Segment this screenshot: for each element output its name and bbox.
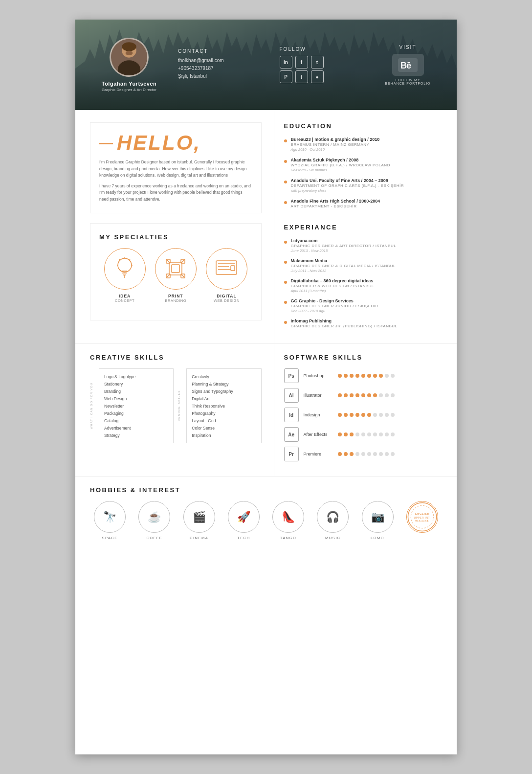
- dot-filled: [350, 452, 354, 456]
- hobby-label: SPACE: [102, 536, 117, 540]
- skill-item: Advertisement: [104, 424, 168, 432]
- specialty-digital: DIGITAL WEB DESIGN: [204, 248, 250, 303]
- bottom-section: CREATIVE SKILLS WHAT I CAN DO FOR YOU Lo…: [75, 343, 457, 476]
- software-row: Ps Photoshop: [284, 368, 444, 383]
- exp-title: Digitalfabrika – 360 degree digital idea…: [291, 278, 444, 283]
- software-row: Ae After Effects: [284, 427, 444, 442]
- software-row: Pr Premiere: [284, 447, 444, 461]
- exp-date: April 2011 (3 months): [291, 289, 444, 293]
- exp-sub: GRAPHIC DESIGNER JR. (PUBLISHING) / ISTA…: [291, 324, 444, 328]
- education-item: Bureau23 | motion & graphic design / 201…: [284, 137, 444, 152]
- dot-filled: [350, 393, 354, 397]
- print-label: PRINT: [168, 294, 183, 298]
- behance-icon[interactable]: Bē: [392, 54, 424, 76]
- print-sub: BRANDING: [165, 298, 186, 303]
- hello-dash: —: [99, 136, 114, 150]
- sw-icon-pr: Pr: [284, 447, 299, 461]
- experience-item: Maksimum Media GRAPHIC DESIGNER & DIGITA…: [284, 258, 444, 273]
- hobby-label: LOMO: [371, 536, 384, 540]
- svg-line-20: [182, 260, 184, 262]
- hobbies-icons: 🔭 SPACE ☕ COFFE 🎬 CINEMA 🚀 TECH 👠 TANGO …: [90, 501, 442, 540]
- behance-text: FOLLOW MYBEHANCE PORTFOLIO: [374, 78, 442, 85]
- exp-title: GG Graphic - Design Services: [291, 298, 444, 303]
- header-content: Tolgahan Yurtseven Graphic Designer & Ar…: [90, 38, 442, 92]
- left-column: — HELLO, I'm Freelance Graphic Designer …: [75, 110, 274, 343]
- header-section: Tolgahan Yurtseven Graphic Designer & Ar…: [75, 20, 457, 110]
- sw-icon-ps: Ps: [284, 368, 299, 383]
- dot-filled: [367, 413, 371, 417]
- edu-sub: DEPARTMENT OF GRAPHIC ARTS (B.F.A.) - ES…: [291, 183, 444, 188]
- svg-rect-31: [231, 266, 235, 271]
- avatar: [110, 38, 149, 77]
- hobby-item: 🎬 CINEMA: [179, 501, 219, 540]
- dot-filled: [338, 433, 342, 436]
- svg-text:ENGLISH: ENGLISH: [415, 512, 429, 515]
- facebook-icon[interactable]: f: [295, 56, 308, 68]
- skill-item: Signs and Typography: [192, 387, 256, 395]
- skill-item: Catalog: [104, 417, 168, 424]
- experience-items: Lidyana.com GRAPHIC DESIGNER & ART DIREC…: [284, 238, 444, 328]
- skill-item: Layout - Grid: [192, 417, 256, 424]
- dot-filled: [344, 393, 348, 397]
- software-skills-section: SOFTWARE SKILLS Ps Photoshop Ai Illustra…: [274, 344, 457, 476]
- visit-label: Visit: [374, 45, 442, 50]
- skill-item: Packaging: [104, 410, 168, 417]
- hello-title: — HELLO,: [99, 133, 252, 153]
- edu-date: Agu 2010 - Oct 2010: [291, 147, 444, 152]
- dot-empty: [391, 452, 395, 456]
- skills-col2: CreativityPlanning & StrategySigns and T…: [186, 368, 261, 443]
- follow-label: Follow: [280, 46, 374, 52]
- exp-title: Infomag Publishing: [291, 319, 444, 323]
- dot-filled: [373, 393, 377, 397]
- skill-item: Logo & Logotype: [104, 373, 168, 380]
- main-content: — HELLO, I'm Freelance Graphic Designer …: [75, 110, 457, 343]
- svg-line-19: [167, 260, 169, 262]
- dot-empty: [385, 433, 389, 436]
- skill-item: Creativity: [192, 373, 256, 380]
- hobby-item: 🚀 TECH: [224, 501, 263, 540]
- sw-dots: [338, 433, 395, 436]
- skill-item: Inspiration: [192, 432, 256, 439]
- follow-section: Follow in f t P t ●: [272, 46, 374, 83]
- dot-empty: [385, 393, 389, 397]
- pinterest-icon[interactable]: P: [280, 70, 292, 83]
- hobby-circle-tango: 👠: [272, 501, 304, 533]
- experience-item: Lidyana.com GRAPHIC DESIGNER & ART DIREC…: [284, 238, 444, 253]
- experience-title: EXPERIANCE: [284, 224, 444, 231]
- exp-date: June 2013 - Now 2015: [291, 249, 444, 253]
- visit-section: Visit Bē FOLLOW MYBEHANCE PORTFOLIO: [374, 45, 442, 85]
- edu-date: Half term - Six months: [291, 168, 444, 172]
- skill-item: Web Design: [104, 395, 168, 402]
- education-title: EDUCATION: [284, 122, 444, 130]
- svg-line-16: [130, 259, 131, 260]
- twitter-icon[interactable]: t: [311, 56, 324, 68]
- edu-title: Anadolu Fine Arts High School / 2000-200…: [291, 199, 444, 204]
- tumblr-icon[interactable]: t: [295, 70, 308, 83]
- digital-sub: WEB DESIGN: [214, 298, 240, 303]
- skill-item: Strategy: [104, 432, 168, 439]
- sw-icon-ae: Ae: [284, 427, 299, 442]
- skill-item: Photography: [192, 410, 256, 417]
- svg-point-3: [126, 51, 133, 55]
- creative-skills-wrapper: WHAT I CAN DO FOR YOU Logo & LogotypeSta…: [90, 368, 262, 443]
- edu-date: with preparatory class: [291, 188, 444, 193]
- digital-icon: [206, 248, 247, 290]
- creative-skills-section: CREATIVE SKILLS WHAT I CAN DO FOR YOU Lo…: [75, 344, 274, 476]
- svg-point-7: [118, 258, 132, 272]
- dot-empty: [379, 413, 383, 417]
- hobby-item: 👠 TANGO: [269, 501, 308, 540]
- svg-point-2: [122, 42, 136, 51]
- sw-icon-id: Id: [284, 408, 299, 422]
- hello-bio: I'm Freelance Graphic Designer based on …: [99, 159, 252, 203]
- skill-item: Color Sense: [192, 424, 256, 432]
- contact-section: Contact tholkhan@gmail.com +905432379187…: [168, 48, 272, 81]
- instagram-icon[interactable]: ●: [311, 70, 324, 83]
- linkedin-icon[interactable]: in: [280, 56, 292, 68]
- hobby-circle-lomo: 📷: [362, 501, 394, 533]
- software-row: Id Indesign: [284, 408, 444, 422]
- dot-filled: [344, 374, 348, 378]
- dot-filled: [355, 393, 359, 397]
- english-circle: ENGLISH UPPER INT. W.S.INST.: [406, 501, 438, 533]
- svg-rect-27: [216, 261, 237, 274]
- print-icon: [155, 248, 197, 290]
